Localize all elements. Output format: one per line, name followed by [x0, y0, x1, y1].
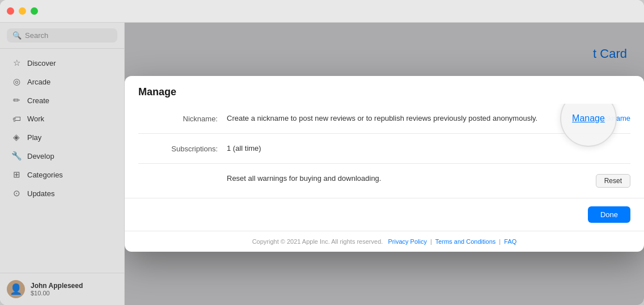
- warnings-label: [138, 174, 218, 175]
- search-icon: 🔍: [12, 31, 22, 40]
- nickname-section: Nickname: Create a nickname to post new …: [138, 104, 630, 134]
- modal-title: Manage: [138, 86, 176, 98]
- page-area: t Card Manage Nickname: Create a ni: [125, 23, 644, 305]
- nickname-description: Create a nickname to post new reviews or…: [227, 114, 537, 122]
- user-name: John Appleseed: [31, 282, 83, 290]
- sidebar-item-discover[interactable]: ☆ Discover: [3, 54, 121, 72]
- sidebar-item-categories[interactable]: ⊞ Categories: [3, 166, 121, 184]
- discover-icon: ☆: [11, 58, 22, 68]
- sidebar-item-create[interactable]: ✏ Create: [3, 91, 121, 109]
- nickname-content: Create a nickname to post new reviews or…: [227, 114, 588, 122]
- modal-copyright: Copyright © 2021 Apple Inc. All rights r…: [125, 231, 644, 252]
- user-info: John Appleseed $10.00: [31, 282, 83, 296]
- sidebar-search: 🔍 Search: [0, 23, 124, 49]
- sidebar-item-label: Categories: [27, 171, 63, 179]
- app-window: 🔍 Search ☆ Discover ◎ Arcade ✏ Create: [0, 0, 644, 305]
- nickname-label: Nickname:: [138, 114, 218, 123]
- sidebar-item-work[interactable]: 🏷 Work: [3, 110, 121, 128]
- sidebar-item-label: Develop: [27, 152, 54, 160]
- sidebar: 🔍 Search ☆ Discover ◎ Arcade ✏ Create: [0, 23, 125, 305]
- subscriptions-section: Subscriptions: 1 (all time): [138, 134, 630, 164]
- traffic-lights: [7, 7, 38, 15]
- search-bar[interactable]: 🔍 Search: [7, 28, 117, 43]
- main-content: 🔍 Search ☆ Discover ◎ Arcade ✏ Create: [0, 23, 644, 305]
- develop-icon: 🔧: [11, 151, 22, 161]
- avatar: 👤: [7, 280, 25, 298]
- close-button[interactable]: [7, 7, 14, 15]
- sidebar-item-label: Create: [27, 96, 49, 105]
- sidebar-footer: 👤 John Appleseed $10.00: [0, 273, 124, 305]
- maximize-button[interactable]: [31, 7, 38, 15]
- modal-overlay: Manage Nickname: Create a nickname to po…: [125, 23, 644, 305]
- reset-button[interactable]: Reset: [596, 174, 630, 188]
- arcade-icon: ◎: [11, 77, 22, 87]
- warnings-section: Reset all warnings for buying and downlo…: [138, 164, 630, 198]
- play-icon: ◈: [11, 132, 22, 142]
- user-balance: $10.00: [31, 290, 83, 296]
- sidebar-item-label: Work: [27, 115, 44, 123]
- done-button[interactable]: Done: [588, 206, 630, 223]
- sidebar-nav: ☆ Discover ◎ Arcade ✏ Create 🏷 Work ◈: [0, 49, 124, 273]
- modal-body: Nickname: Create a nickname to post new …: [125, 104, 644, 198]
- modal-footer: Done: [125, 198, 644, 231]
- sidebar-item-label: Discover: [27, 59, 56, 67]
- subscriptions-label: Subscriptions:: [138, 144, 218, 153]
- terms-link[interactable]: Terms and Conditions: [435, 238, 495, 245]
- warnings-description: Reset all warnings for buying and downlo…: [227, 174, 587, 183]
- sidebar-item-develop[interactable]: 🔧 Develop: [3, 147, 121, 165]
- minimize-button[interactable]: [19, 7, 26, 15]
- sidebar-item-arcade[interactable]: ◎ Arcade: [3, 73, 121, 91]
- updates-icon: ⊙: [11, 188, 22, 198]
- modal-dialog: Manage Nickname: Create a nickname to po…: [125, 76, 644, 252]
- sidebar-item-updates[interactable]: ⊙ Updates: [3, 184, 121, 202]
- title-bar: [0, 0, 644, 23]
- sidebar-item-label: Play: [27, 133, 41, 142]
- copyright-text: Copyright © 2021 Apple Inc. All rights r…: [252, 238, 383, 245]
- subscriptions-value: 1 (all time): [227, 144, 630, 152]
- warnings-action: Reset: [596, 174, 630, 188]
- sidebar-item-label: Arcade: [27, 78, 50, 86]
- manage-link-button[interactable]: Manage: [572, 113, 605, 124]
- privacy-policy-link[interactable]: Privacy Policy: [388, 238, 427, 245]
- sidebar-item-play[interactable]: ◈ Play: [3, 128, 121, 146]
- categories-icon: ⊞: [11, 170, 22, 180]
- faq-link[interactable]: FAQ: [504, 238, 516, 245]
- create-icon: ✏: [11, 95, 22, 105]
- sidebar-item-label: Updates: [27, 189, 54, 198]
- work-icon: 🏷: [11, 114, 22, 124]
- search-label: Search: [25, 31, 48, 40]
- modal-title-bar: Manage: [125, 76, 644, 104]
